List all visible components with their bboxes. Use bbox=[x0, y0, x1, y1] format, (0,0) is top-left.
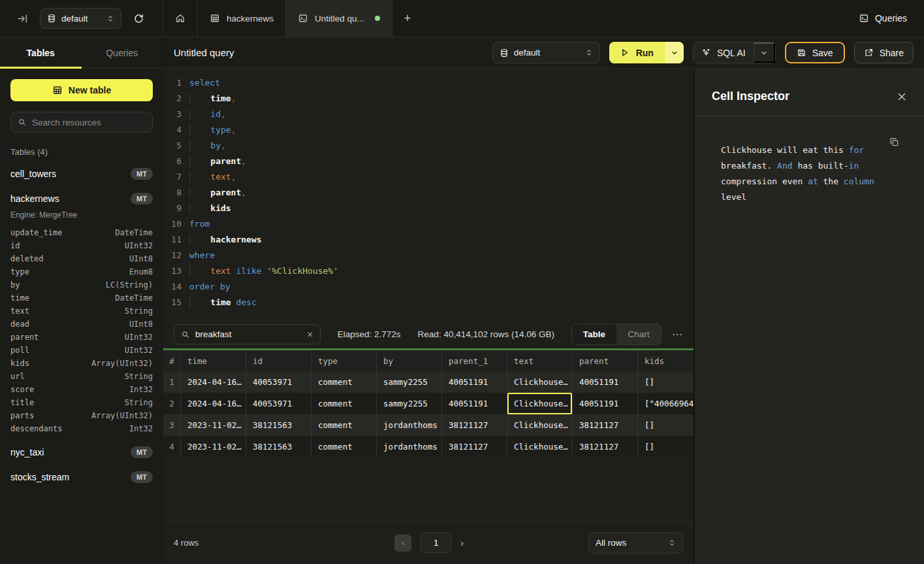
view-tab-chart[interactable]: Chart bbox=[616, 324, 661, 344]
table-cell[interactable]: 38121563 bbox=[246, 436, 311, 457]
column-header-time[interactable]: time bbox=[181, 350, 246, 371]
tab-home[interactable] bbox=[163, 0, 198, 37]
sql-ai-options-button[interactable] bbox=[754, 42, 775, 63]
table-cell[interactable]: 38121563 bbox=[246, 414, 311, 436]
sub-header: Tables Queries Untitled query default bbox=[0, 37, 924, 69]
table-cell[interactable]: ["40066964… bbox=[638, 393, 693, 414]
column-name: poll bbox=[10, 346, 29, 355]
sidebar-tab-queries[interactable]: Queries bbox=[82, 37, 163, 68]
table-cell[interactable]: jordanthoms bbox=[377, 436, 442, 457]
table-cell[interactable]: [] bbox=[638, 371, 693, 393]
line-number: 14 bbox=[163, 279, 182, 295]
copy-cell-button[interactable] bbox=[889, 137, 899, 147]
column-header-by[interactable]: by bbox=[377, 350, 442, 371]
sidebar-tab-tables[interactable]: Tables bbox=[0, 37, 82, 68]
view-switcher-wrap: Table Chart ⋯ bbox=[571, 323, 683, 345]
table-cell[interactable]: 2023-11-02… bbox=[181, 436, 246, 457]
code-line: 10from bbox=[163, 216, 693, 232]
column-header-id[interactable]: id bbox=[246, 350, 311, 371]
cell-inspector-title: Cell Inspector bbox=[712, 90, 789, 103]
new-tab-button[interactable]: + bbox=[392, 0, 423, 37]
close-inspector-button[interactable] bbox=[897, 91, 907, 102]
tab-untitled-query[interactable]: Untitled qu... bbox=[286, 0, 392, 37]
refresh-button[interactable] bbox=[131, 10, 147, 27]
column-type: UInt32 bbox=[125, 241, 153, 250]
table-cell[interactable]: Clickhouse… bbox=[507, 371, 573, 393]
sidebar-table-cell_towers[interactable]: cell_towersMT bbox=[10, 166, 153, 182]
ellipsis-icon: ⋯ bbox=[672, 329, 683, 340]
code-line: 1select bbox=[163, 75, 693, 91]
sidebar-table-hackernews[interactable]: hackernewsMT bbox=[10, 191, 153, 207]
selected-table-cell[interactable]: Clickhouse… bbox=[507, 393, 573, 414]
queries-button[interactable]: Queries bbox=[859, 13, 907, 24]
database-icon bbox=[500, 48, 509, 58]
resource-search-input[interactable] bbox=[32, 118, 146, 127]
save-button[interactable]: Save bbox=[785, 42, 845, 63]
table-cell[interactable]: 40051191 bbox=[442, 371, 507, 393]
database-selector[interactable]: default bbox=[40, 8, 121, 29]
table-cell[interactable]: jordanthoms bbox=[377, 414, 442, 436]
table-cell[interactable]: comment bbox=[311, 371, 377, 393]
query-database-selector[interactable]: default bbox=[492, 42, 600, 63]
tab-untitled-query-label: Untitled qu... bbox=[315, 14, 364, 24]
results-search[interactable]: ✕ bbox=[174, 324, 321, 344]
table-cell[interactable]: sammy2255 bbox=[377, 393, 442, 414]
more-options-button[interactable]: ⋯ bbox=[672, 328, 683, 340]
column-row: update_timeDateTime bbox=[10, 226, 153, 239]
table-cell[interactable]: 2023-11-02… bbox=[181, 414, 246, 436]
run-options-button[interactable] bbox=[665, 42, 684, 63]
page-size-selector[interactable]: All rows bbox=[588, 533, 683, 554]
table-cell[interactable]: 2024-04-16… bbox=[181, 393, 246, 414]
column-type: Array(UInt32) bbox=[91, 359, 153, 368]
table-cell[interactable]: comment bbox=[311, 436, 377, 457]
sql-ai-button[interactable]: SQL AI bbox=[693, 42, 754, 63]
chevron-up-down-icon bbox=[585, 48, 593, 57]
table-cell[interactable]: 40053971 bbox=[246, 371, 311, 393]
new-table-button[interactable]: New table bbox=[10, 79, 153, 101]
results-search-input[interactable] bbox=[195, 329, 302, 339]
table-cell[interactable]: sammy2255 bbox=[377, 371, 442, 393]
app-root: default hackernews bbox=[0, 0, 924, 564]
tab-hackernews[interactable]: hackernews bbox=[198, 0, 286, 37]
table-cell[interactable]: 40051191 bbox=[573, 393, 638, 414]
sql-editor[interactable]: 1select2 time,3 id,4 type,5 by,6 parent,… bbox=[163, 69, 693, 320]
page-number-input[interactable] bbox=[421, 533, 451, 553]
sidebar-table-nyc_taxi[interactable]: nyc_taxiMT bbox=[10, 444, 153, 460]
table-cell[interactable]: 38121127 bbox=[573, 436, 638, 457]
table-cell[interactable]: 38121127 bbox=[573, 414, 638, 436]
clear-search-button[interactable]: ✕ bbox=[307, 330, 313, 339]
table-cell[interactable]: comment bbox=[311, 414, 377, 436]
queries-button-label: Queries bbox=[875, 13, 907, 24]
resource-search[interactable] bbox=[10, 112, 153, 133]
run-button[interactable]: Run bbox=[609, 42, 665, 63]
collapse-sidebar-button[interactable] bbox=[14, 10, 31, 27]
next-page-button[interactable]: › bbox=[460, 538, 464, 548]
column-name: deleted bbox=[10, 254, 44, 263]
sidebar-tabs: Tables Queries bbox=[0, 37, 163, 68]
table-cell[interactable]: comment bbox=[311, 393, 377, 414]
table-cell[interactable]: 40051191 bbox=[442, 393, 507, 414]
table-cell[interactable]: 40051191 bbox=[573, 371, 638, 393]
table-cell[interactable]: [] bbox=[638, 414, 693, 436]
table-cell[interactable]: 2024-04-16… bbox=[181, 371, 246, 393]
view-tab-table[interactable]: Table bbox=[572, 324, 616, 344]
save-button-label: Save bbox=[812, 48, 833, 58]
cell-inspector-content: Clickhouse will eat this for breakfast. … bbox=[695, 116, 924, 205]
table-cell[interactable]: 38121127 bbox=[442, 436, 507, 457]
share-button[interactable]: Share bbox=[854, 42, 914, 63]
column-header-parent_1[interactable]: parent_1 bbox=[442, 350, 507, 371]
column-header-kids[interactable]: kids bbox=[638, 350, 693, 371]
table-cell[interactable]: 40053971 bbox=[246, 393, 311, 414]
column-header-text[interactable]: text bbox=[507, 350, 573, 371]
column-header-type[interactable]: type bbox=[311, 350, 377, 371]
terminal-icon bbox=[298, 13, 308, 24]
table-cell[interactable]: 38121127 bbox=[442, 414, 507, 436]
column-header-parent[interactable]: parent bbox=[573, 350, 638, 371]
previous-page-button[interactable]: ‹ bbox=[394, 535, 411, 552]
table-cell[interactable]: Clickhouse… bbox=[507, 436, 573, 457]
sidebar-table-stocks_stream[interactable]: stocks_streamMT bbox=[10, 469, 153, 485]
table-cell[interactable]: [] bbox=[638, 436, 693, 457]
table-cell[interactable]: Clickhouse… bbox=[507, 414, 573, 436]
table-row: 32023-11-02…38121563commentjordanthoms38… bbox=[163, 414, 693, 436]
column-header-#[interactable]: # bbox=[163, 350, 181, 371]
